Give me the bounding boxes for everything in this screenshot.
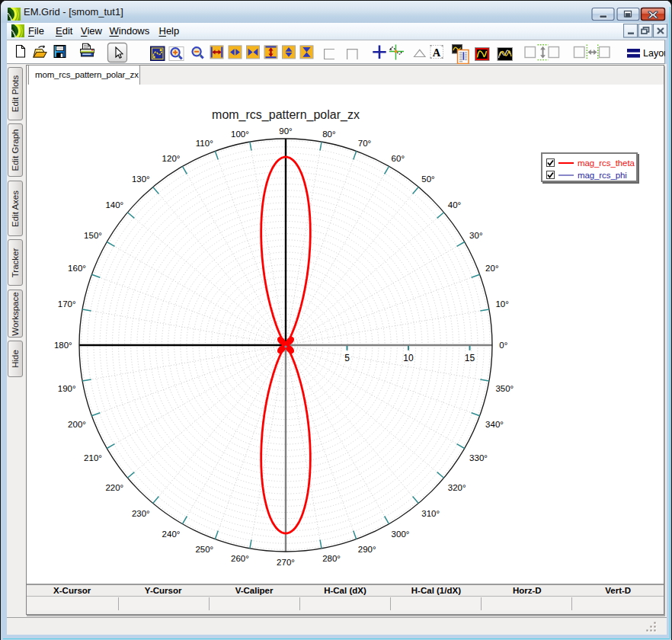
svg-text:Layout: Layout [643, 48, 665, 59]
svg-text:mom_rcs_pattern_polar_zx: mom_rcs_pattern_polar_zx [212, 108, 360, 122]
svg-text:210°: 210° [84, 453, 102, 462]
svg-text:320°: 320° [448, 483, 466, 492]
svg-text:180°: 180° [54, 341, 72, 350]
svg-text:60°: 60° [392, 154, 405, 163]
svg-text:50°: 50° [421, 174, 434, 184]
svg-text:220°: 220° [105, 483, 123, 492]
svg-text:190°: 190° [58, 384, 76, 393]
svg-text:260°: 260° [231, 554, 249, 563]
svg-text:140°: 140° [105, 200, 123, 210]
svg-text:170°: 170° [58, 299, 76, 309]
svg-text:120°: 120° [162, 154, 181, 163]
svg-text:110°: 110° [196, 139, 213, 148]
svg-text:300°: 300° [392, 530, 410, 539]
svg-text:310°: 310° [421, 509, 440, 518]
svg-text:230°: 230° [132, 509, 150, 518]
svg-text:350°: 350° [495, 384, 514, 393]
svg-text:90°: 90° [279, 126, 292, 136]
svg-text:270°: 270° [277, 558, 295, 567]
svg-text:10°: 10° [495, 299, 508, 309]
svg-text:A: A [433, 46, 441, 59]
svg-text:30°: 30° [469, 231, 482, 240]
svg-text:280°: 280° [322, 554, 341, 563]
svg-text:5: 5 [344, 353, 350, 363]
svg-text:15: 15 [465, 353, 475, 363]
svg-text:150°: 150° [84, 231, 102, 240]
svg-text:130°: 130° [132, 174, 150, 184]
svg-text:40°: 40° [448, 200, 461, 210]
svg-text:10: 10 [403, 353, 414, 363]
svg-text:240°: 240° [162, 530, 181, 539]
svg-text:340°: 340° [485, 420, 504, 429]
svg-text:290°: 290° [358, 545, 376, 554]
svg-text:330°: 330° [469, 453, 488, 462]
svg-text:250°: 250° [195, 545, 213, 554]
svg-text:160°: 160° [68, 264, 86, 273]
svg-text:80°: 80° [322, 130, 335, 139]
svg-text:100°: 100° [231, 130, 249, 139]
svg-text:70°: 70° [358, 139, 371, 148]
svg-text:200°: 200° [68, 420, 86, 429]
svg-text:20°: 20° [485, 264, 498, 273]
svg-text:0°: 0° [499, 341, 507, 350]
